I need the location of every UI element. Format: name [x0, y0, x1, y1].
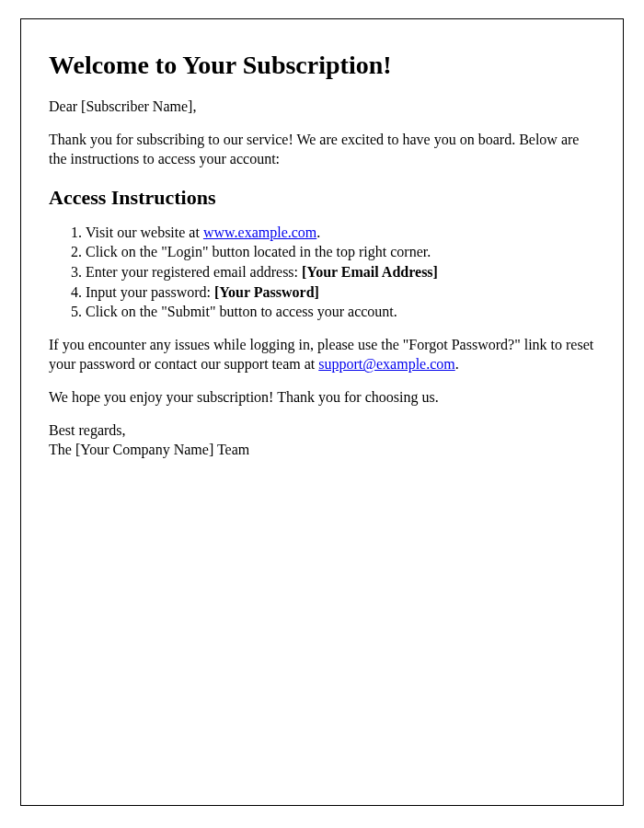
instruction-step: Enter your registered email address: [Yo… [86, 262, 595, 282]
instruction-step: Click on the "Submit" button to access y… [86, 302, 595, 322]
step-text: Enter your registered email address: [86, 264, 302, 280]
instructions-list: Visit our website at www.example.com. Cl… [49, 223, 595, 322]
password-placeholder: [Your Password] [214, 284, 319, 300]
instructions-heading: Access Instructions [49, 186, 595, 210]
document-page: Welcome to Your Subscription! Dear [Subs… [20, 18, 624, 806]
instruction-step: Visit our website at www.example.com. [86, 223, 595, 243]
support-paragraph: If you encounter any issues while loggin… [49, 335, 595, 374]
signoff-team: The [Your Company Name] Team [49, 442, 249, 457]
page-title: Welcome to Your Subscription! [49, 51, 595, 80]
instruction-step: Click on the "Login" button located in t… [86, 242, 595, 262]
intro-paragraph: Thank you for subscribing to our service… [49, 130, 595, 169]
support-email-link[interactable]: support@example.com [318, 356, 454, 372]
step-text: . [316, 224, 320, 240]
signoff-regards: Best regards, [49, 422, 126, 438]
step-text: Input your password: [86, 284, 214, 300]
instruction-step: Input your password: [Your Password] [86, 282, 595, 303]
signoff: Best regards, The [Your Company Name] Te… [49, 420, 595, 460]
greeting-line: Dear [Subscriber Name], [49, 97, 595, 117]
support-text: . [455, 356, 459, 372]
step-text: Visit our website at [86, 224, 203, 240]
email-placeholder: [Your Email Address] [302, 264, 438, 280]
closing-paragraph: We hope you enjoy your subscription! Tha… [49, 387, 595, 408]
website-link[interactable]: www.example.com [203, 224, 316, 240]
